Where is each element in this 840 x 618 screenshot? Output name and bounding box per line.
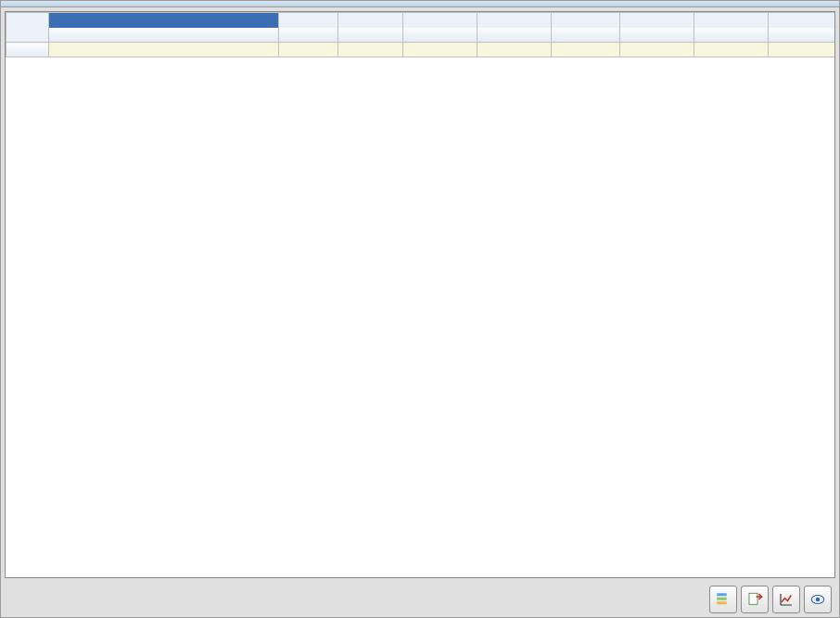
col-h-d[interactable] — [403, 28, 477, 43]
col-letter-b[interactable] — [279, 13, 338, 28]
total-label — [6, 43, 49, 57]
col-letters-row — [6, 13, 836, 28]
corner-header[interactable] — [6, 13, 49, 43]
filter-icon — [715, 591, 732, 608]
col-letter-h[interactable] — [694, 13, 769, 28]
col-letter-g[interactable] — [620, 13, 694, 28]
col-h-c[interactable] — [338, 28, 403, 43]
total-vol — [552, 43, 620, 57]
export-button[interactable] — [741, 586, 769, 613]
col-h-i[interactable] — [769, 28, 836, 43]
svg-rect-0 — [717, 593, 727, 596]
col-letter-c[interactable] — [338, 13, 403, 28]
material-panel — [0, 0, 840, 618]
total-row — [6, 43, 836, 57]
total-count — [279, 43, 338, 57]
chart-icon — [778, 591, 795, 608]
chart-button[interactable] — [772, 586, 800, 613]
col-headers-row — [6, 28, 836, 43]
svg-rect-2 — [717, 601, 727, 604]
view-button[interactable] — [804, 586, 832, 613]
panel-title — [1, 1, 839, 7]
grid-container — [5, 11, 835, 578]
footer-toolbar — [1, 582, 839, 617]
total-tot — [403, 43, 477, 57]
svg-point-5 — [816, 598, 821, 602]
col-h-f[interactable] — [552, 28, 620, 43]
svg-rect-3 — [749, 593, 757, 604]
col-letter-d[interactable] — [403, 13, 477, 28]
col-letter-f[interactable] — [552, 13, 620, 28]
material-table[interactable] — [6, 12, 835, 57]
export-icon — [746, 591, 763, 608]
total-area — [477, 43, 552, 57]
svg-rect-1 — [717, 598, 727, 600]
col-letter-e[interactable] — [477, 13, 552, 28]
col-h-h[interactable] — [694, 28, 769, 43]
filter-button[interactable] — [709, 586, 737, 613]
col-letter-a[interactable] — [49, 13, 279, 28]
col-h-e[interactable] — [477, 28, 552, 43]
col-h-b[interactable] — [279, 28, 338, 43]
col-h-g[interactable] — [620, 28, 694, 43]
col-h-a[interactable] — [49, 28, 279, 43]
col-letter-i[interactable] — [769, 13, 836, 28]
total-t — [769, 43, 836, 57]
eye-icon — [809, 591, 826, 608]
